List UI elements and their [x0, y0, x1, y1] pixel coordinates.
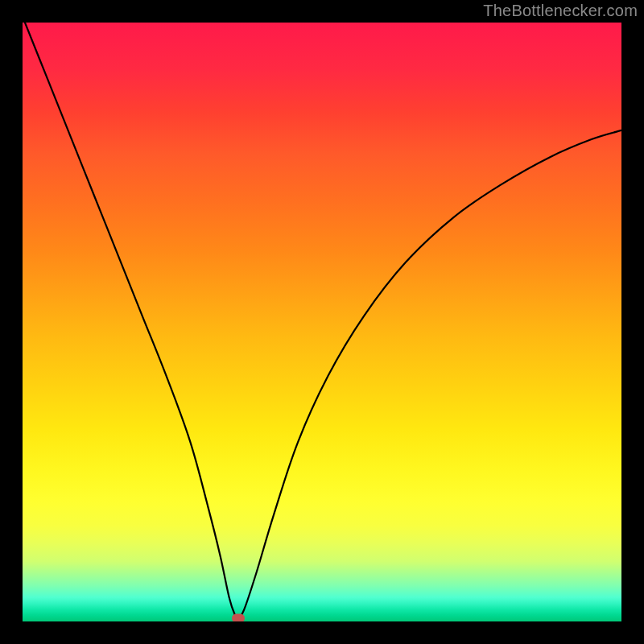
curve-svg — [23, 23, 621, 621]
minimum-marker — [232, 614, 245, 621]
plot-area — [23, 23, 621, 621]
watermark-text: TheBottlenecker.com — [483, 2, 638, 20]
bottleneck-curve — [23, 23, 621, 619]
chart-container: TheBottlenecker.com — [0, 0, 644, 644]
